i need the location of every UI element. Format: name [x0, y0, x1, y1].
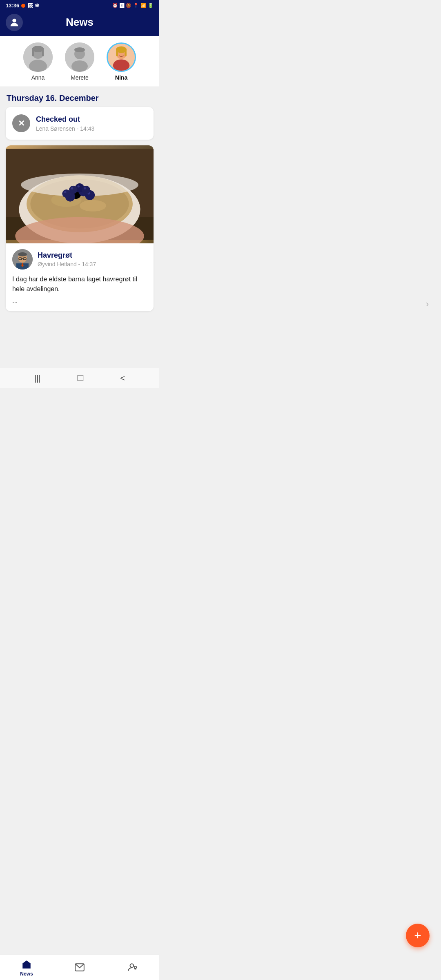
home-button[interactable]: ☐	[77, 373, 84, 383]
system-nav: ||| ☐ <	[0, 368, 159, 388]
svg-point-9	[71, 60, 88, 72]
food-body: Havregrøt Øyvind Hetland - 14:37 I dag h…	[6, 243, 154, 311]
status-left: 13:36 🖼 ❄	[6, 2, 39, 9]
food-author-time: Øyvind Hetland - 14:37	[38, 261, 96, 267]
food-text: I dag har de eldste barna laget havregrø…	[12, 274, 147, 294]
food-post-card[interactable]: Havregrøt Øyvind Hetland - 14:37 I dag h…	[6, 145, 154, 311]
checked-out-info: Checked out Lena Sørensen - 14:43	[36, 115, 94, 132]
svg-point-40	[69, 186, 77, 194]
status-right: ⏰ 🅱 🔕 📍 📶 🔋	[112, 3, 154, 8]
anna-name: Anna	[31, 74, 45, 81]
bluetooth-icon: 🅱	[120, 3, 124, 8]
svg-point-10	[74, 47, 85, 52]
author-info: Havregrøt Øyvind Hetland - 14:37	[38, 251, 96, 267]
alarm-icon: ⏰	[112, 3, 118, 8]
svg-rect-6	[42, 48, 44, 56]
mute-icon: 🔕	[126, 3, 131, 8]
child-anna[interactable]: Anna	[23, 42, 53, 81]
svg-rect-5	[32, 48, 34, 56]
back-button[interactable]: <	[120, 374, 125, 383]
food-title: Havregrøt	[38, 251, 96, 260]
checked-out-title: Checked out	[36, 115, 94, 124]
child-merete[interactable]: Merete	[65, 42, 94, 81]
x-icon: ✕	[12, 114, 30, 132]
svg-point-23	[80, 200, 106, 212]
merete-name: Merete	[71, 74, 89, 81]
photo-icon: 🖼	[27, 2, 33, 9]
date-heading: Thursday 16. December	[0, 87, 159, 107]
header: News	[0, 11, 159, 36]
nina-name: Nina	[115, 74, 127, 81]
svg-rect-16	[125, 49, 127, 56]
checked-out-subtitle: Lena Sørensen - 14:43	[36, 125, 94, 132]
wifi-icon: 📶	[140, 3, 146, 8]
svg-point-41	[71, 187, 74, 189]
author-avatar	[12, 249, 33, 270]
food-image	[6, 145, 154, 243]
svg-point-38	[82, 186, 90, 194]
child-nina[interactable]: Nina	[107, 42, 136, 81]
svg-rect-15	[116, 49, 118, 56]
svg-point-39	[84, 187, 86, 189]
svg-point-4	[32, 46, 44, 52]
snowflake-icon: ❄	[35, 2, 39, 9]
dot-indicator	[21, 4, 25, 8]
children-selector: Anna Merete	[0, 36, 159, 87]
page-title: News	[66, 16, 94, 29]
food-ellipsis: ...	[12, 297, 147, 305]
battery-icon: 🔋	[148, 3, 154, 8]
author-row: Havregrøt Øyvind Hetland - 14:37	[12, 249, 147, 270]
svg-point-0	[12, 18, 16, 22]
nina-avatar	[107, 42, 136, 72]
recent-apps-button[interactable]: |||	[34, 374, 41, 383]
time-display: 13:36	[6, 2, 19, 9]
svg-point-47	[18, 252, 27, 256]
svg-point-37	[64, 191, 67, 194]
status-bar: 13:36 🖼 ❄ ⏰ 🅱 🔕 📍 📶 🔋	[0, 0, 159, 11]
merete-avatar	[65, 42, 94, 72]
svg-point-35	[77, 185, 80, 188]
location-icon: 📍	[133, 3, 139, 8]
anna-avatar	[23, 42, 53, 72]
checked-out-card[interactable]: ✕ Checked out Lena Sørensen - 14:43	[6, 107, 154, 140]
user-avatar[interactable]	[6, 14, 23, 31]
